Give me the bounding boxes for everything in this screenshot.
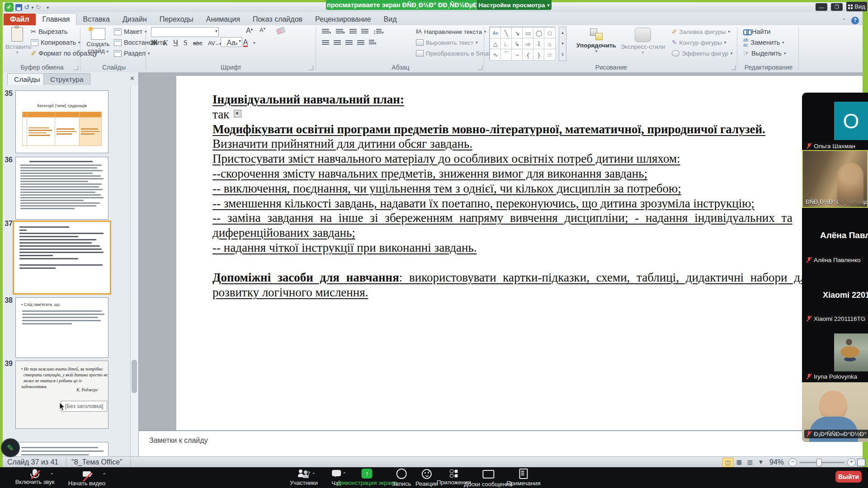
reactions-caret[interactable]: ⌃ [427,470,431,476]
layout-button[interactable]: Макет▾ [114,27,147,37]
view-settings-button[interactable]: Настройки просмотра ▾ [476,0,552,10]
zoom-view-button[interactable]: Вид [846,2,867,11]
shape-outline-button[interactable]: ✎Контур фигуры▾ [672,38,726,47]
slide-thumbnail-39[interactable]: • Не так важливо вчити дітей, як потрібн… [15,361,108,429]
slide-sorter-view-button[interactable]: ▦ [734,458,744,466]
tab-home[interactable]: Главная [36,13,77,25]
thumb39-title-placeholder[interactable]: [Без заголовка] [61,401,107,412]
strikethrough-button[interactable]: abc [193,40,203,47]
align-left-button[interactable] [322,40,329,45]
quick-styles-button[interactable]: Экспресс-стили ▾ [620,27,665,61]
find-button[interactable]: Найти [743,27,770,37]
minimize-button[interactable]: — [816,3,827,11]
curve-shape-icon[interactable]: ~ [511,49,523,61]
underline-button[interactable]: Ч [173,39,178,47]
char-spacing-button[interactable]: AV↔▾ [208,40,222,47]
annotation-pencil-button[interactable]: ✎ [1,438,20,457]
italic-button[interactable]: К [163,39,168,47]
ribbon-collapse-icon[interactable]: ⌃ [842,18,846,23]
shadow-button[interactable]: S [184,39,188,47]
cut-button[interactable]: ✂Вырезать [31,27,68,37]
unmute-button[interactable]: ⌃ Включить звук [10,469,60,485]
star-shape-icon[interactable]: ☆ [544,49,556,61]
arc-shape-icon[interactable]: ⌒ [500,49,512,61]
section-button[interactable]: Раздел▾ [114,48,150,58]
elbow-arrow-connector-icon[interactable]: ↳ [511,38,523,50]
decrease-indent-button[interactable] [349,28,357,35]
font-color-button[interactable]: A [243,39,248,47]
pentagon-shape-icon[interactable]: ⌂ [544,38,556,50]
restore-button[interactable]: ❐ [831,3,843,11]
slide-thumbnail-35[interactable]: Категорії (типи) труднощів [15,90,108,153]
select-button[interactable]: ☞Выделить▾ [743,48,786,58]
left-brace-shape-icon[interactable]: { [522,49,534,61]
notes-placeholder[interactable]: Заметки к слайду [149,436,208,445]
change-case-button[interactable]: Aa▾ [227,39,238,47]
textbox-shape-icon[interactable]: A≡ [490,27,501,39]
align-text-button[interactable]: Выровнять текст▾ [416,38,478,47]
whiteboards-button[interactable]: Доски сообщений [464,469,512,488]
notes-button[interactable]: Примечания [506,469,540,487]
triangle-shape-icon[interactable]: △ [490,38,501,50]
shapes-gallery-scroll[interactable]: ▲▼⊽ [559,27,566,61]
participants-button[interactable]: 17 ⌃ Участники [290,469,318,486]
customize-qat-ca­ret[interactable]: ▾ [47,5,49,10]
zoom-slider-thumb[interactable] [816,459,822,466]
grow-font-button[interactable]: A▴ [246,27,253,35]
shapes-gallery[interactable]: A≡ ╲ ↘ ▭ ◯ ▢ △ ∟ ↳ ⇨ ⇩ ⌂ ∿ ⌒ ~ { } ☆ [489,27,555,60]
slide-thumbnail-38[interactable]: • Слід пам'ятати, що [15,297,108,358]
font-dialog-launcher[interactable] [309,66,313,70]
justify-button[interactable] [357,40,364,45]
columns-button[interactable]: ▾ [369,39,377,46]
numbering-button[interactable]: ▾ [336,28,345,35]
zoom-slider-track[interactable] [799,462,844,463]
normal-view-button[interactable]: ◫ [722,458,733,467]
reactions-button[interactable]: ⌃ Реакции [415,469,438,487]
line-shape-icon[interactable]: ╲ [500,27,512,39]
scribble-shape-icon[interactable]: ∿ [490,49,501,61]
tab-insert[interactable]: Вставка [76,14,116,25]
font-color-caret[interactable]: ▾ [253,41,255,45]
fit-to-window-button[interactable] [857,459,865,466]
leave-meeting-button[interactable]: Выйти [835,471,862,483]
record-button[interactable]: Запись [392,469,411,487]
replace-button[interactable]: abacЗаменить▾ [743,38,784,47]
align-center-button[interactable] [334,40,341,45]
start-video-button[interactable]: ⌃ Начать видео [63,469,110,487]
tab-design[interactable]: Дизайн [116,14,153,25]
bold-button[interactable]: Ж [151,39,157,47]
shrink-font-button[interactable]: A▾ [259,27,265,33]
scrollbar-thumb[interactable] [132,360,137,393]
clipboard-dialog-launcher[interactable] [74,66,78,70]
undo-menu-caret[interactable]: ▾ [32,5,34,10]
tab-review[interactable]: Рецензирование [309,14,377,25]
shape-effects-button[interactable]: Эффекты фигур▾ [672,48,732,58]
copy-button[interactable]: Копировать▾ [31,38,80,47]
help-icon[interactable]: ? [851,17,859,24]
slide-thumbnail-37-selected[interactable] [13,221,111,295]
undo-icon[interactable]: ↺ [24,3,30,11]
font-name-combo[interactable] [151,27,219,37]
participants-caret[interactable]: ⌃ [311,472,316,478]
drawing-dialog-launcher[interactable] [731,66,736,70]
reading-view-button[interactable]: ▥ [745,458,755,466]
rounded-rectangle-shape-icon[interactable]: ▢ [544,27,556,39]
paste-button[interactable]: Вставить ▾ [5,26,29,61]
arrow-shape-icon[interactable]: ↘ [511,27,523,39]
elbow-connector-icon[interactable]: ∟ [500,38,512,50]
close-icon[interactable]: ✕ [130,75,135,82]
right-arrow-shape-icon[interactable]: ⇨ [522,38,534,50]
arrange-button[interactable]: Упорядочить ▾ [576,27,617,61]
tab-transitions[interactable]: Переходы [153,14,200,25]
participant-video-active-speaker[interactable]: ÐÑÐ¸Ð½Ð° ÐÐ¸ÑÐ½ÐµÐ²Ð° [802,150,868,208]
share-screen-button[interactable]: ↑ Демонстрация экрана [337,469,397,486]
tab-file[interactable]: Файл [4,14,36,25]
mic-options-caret[interactable]: ⌃ [50,472,54,478]
paragraph-dialog-launcher[interactable] [478,66,482,70]
slide-thumbnail-40[interactable] [15,442,108,456]
video-options-caret[interactable]: ⌃ [102,472,106,478]
rectangle-shape-icon[interactable]: ▭ [522,27,534,39]
tab-slides-thumbnails[interactable]: Слайды [7,73,47,85]
participant-avatar-olga[interactable]: О [834,102,868,140]
bullets-button[interactable]: ▾ [322,28,331,35]
